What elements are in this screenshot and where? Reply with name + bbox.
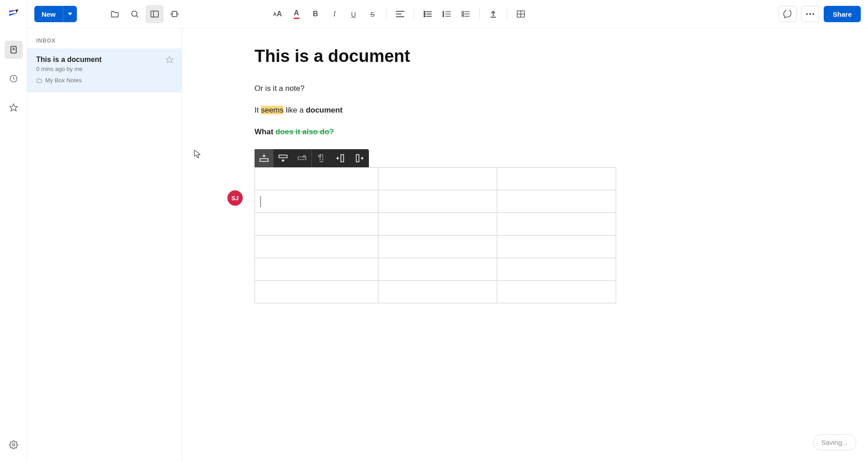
highlighted-text: seems [261, 106, 283, 114]
note-folder-label: My Box Notes [45, 77, 82, 84]
checklist-icon[interactable] [457, 5, 475, 23]
underline-icon[interactable]: U [344, 5, 363, 23]
svg-rect-26 [462, 11, 463, 13]
insert-row-above-icon[interactable] [255, 149, 274, 167]
note-title: This is a document [36, 56, 173, 64]
delete-row-icon[interactable] [292, 149, 311, 167]
more-icon[interactable] [801, 6, 819, 22]
svg-point-5 [12, 444, 14, 446]
mouse-cursor [194, 150, 201, 159]
paragraph-1[interactable]: Or is it a note? [255, 84, 634, 93]
notes-sidebar: INBOX This is a document 0 mins ago by m… [27, 28, 182, 462]
rail-starred-icon[interactable] [5, 99, 23, 117]
note-folder: My Box Notes [36, 77, 173, 84]
svg-point-14 [424, 11, 425, 13]
svg-rect-28 [462, 13, 463, 15]
table-toolbar [255, 149, 369, 167]
font-size-icon[interactable]: AA [269, 5, 287, 23]
editor-inner: This is a document Or is it a note? It s… [255, 47, 634, 303]
table-row [255, 236, 616, 258]
note-card[interactable]: This is a document 0 mins ago by me My B… [27, 48, 182, 92]
rail-documents-icon[interactable] [5, 41, 23, 59]
svg-point-37 [812, 13, 814, 15]
search-icon[interactable] [126, 5, 144, 23]
svg-rect-30 [462, 15, 463, 17]
share-button[interactable]: Share [824, 6, 861, 22]
user-avatar: SJ [227, 190, 243, 206]
insert-column-left-icon[interactable] [331, 149, 350, 167]
left-rail [0, 0, 27, 462]
table-row [255, 281, 616, 303]
panel-toggle-icon[interactable] [146, 5, 164, 23]
svg-marker-38 [166, 57, 173, 63]
comment-icon[interactable] [778, 6, 797, 22]
p2-pre: It [255, 106, 261, 114]
numbered-list-icon[interactable]: 123 [438, 5, 456, 23]
rail-settings-icon[interactable] [5, 436, 23, 454]
bullet-list-icon[interactable] [419, 5, 437, 23]
app-logo [8, 8, 19, 20]
new-button-caret[interactable] [63, 6, 77, 22]
saving-status: Saving... [813, 434, 856, 450]
document-title[interactable]: This is a document [255, 47, 634, 66]
text-cursor [260, 196, 261, 207]
svg-point-18 [424, 16, 425, 17]
svg-rect-39 [260, 159, 268, 161]
p2-mid: like a [283, 106, 306, 114]
editor[interactable]: SJ This is a document Or is it a note? I… [182, 28, 868, 462]
svg-marker-4 [9, 104, 17, 111]
new-button-label[interactable]: New [34, 6, 63, 22]
svg-point-35 [806, 13, 808, 15]
new-button[interactable]: New [34, 6, 77, 22]
note-meta: 0 mins ago by me [36, 66, 173, 72]
rail-recent-icon[interactable] [5, 70, 23, 88]
present-icon[interactable] [165, 5, 184, 23]
upload-icon[interactable] [484, 5, 502, 23]
top-toolbar: New AA A B I U S [27, 0, 868, 28]
svg-rect-46 [356, 155, 359, 162]
document-table[interactable] [255, 167, 616, 303]
table-row [255, 213, 616, 236]
svg-rect-10 [172, 11, 177, 17]
table-row [255, 258, 616, 281]
bold-icon[interactable]: B [307, 5, 325, 23]
italic-icon[interactable]: I [326, 5, 344, 23]
svg-point-6 [132, 11, 137, 16]
text-color-icon[interactable]: A [288, 5, 306, 23]
p3-pre: What [255, 127, 275, 136]
table-row [255, 168, 616, 190]
sidebar-header: INBOX [27, 28, 182, 48]
folder-icon[interactable] [106, 5, 124, 23]
table-row [255, 190, 616, 213]
svg-point-16 [424, 14, 425, 15]
svg-rect-40 [279, 155, 287, 158]
bold-text: document [306, 106, 342, 114]
paragraph-2[interactable]: It seems like a document [255, 106, 634, 115]
svg-rect-45 [341, 155, 344, 162]
delete-column-icon[interactable] [312, 149, 331, 167]
svg-text:3: 3 [443, 15, 444, 17]
table-insert-icon[interactable] [512, 5, 530, 23]
insert-column-right-icon[interactable] [350, 149, 369, 167]
svg-point-36 [809, 13, 811, 15]
green-strike-text: does it also do? [275, 127, 334, 136]
align-icon[interactable] [391, 5, 409, 23]
note-star-icon[interactable] [165, 56, 174, 64]
svg-rect-8 [151, 11, 159, 17]
paragraph-3[interactable]: What does it also do? [255, 127, 634, 137]
insert-row-below-icon[interactable] [274, 149, 292, 167]
folder-small-icon [36, 78, 42, 83]
content-area: INBOX This is a document 0 mins ago by m… [27, 28, 868, 462]
svg-line-7 [136, 15, 138, 17]
toolbar-right: Share [778, 6, 861, 22]
main-column: New AA A B I U S [27, 0, 868, 462]
strikethrough-icon[interactable]: S [363, 5, 382, 23]
format-group: AA A B I U S 123 [269, 5, 530, 23]
